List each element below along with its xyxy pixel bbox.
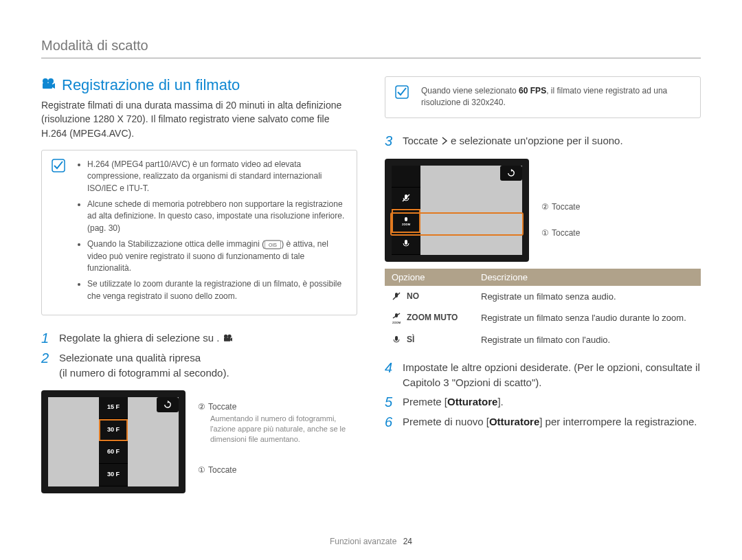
fps-option[interactable]: 60 F: [99, 442, 128, 464]
step-text: Toccate: [403, 135, 441, 146]
table-row: ZOOM ZOOM MUTO Registrate un filmato sen…: [385, 307, 701, 329]
step-text-line: (il numero di fotogrammi al secondo).: [59, 367, 229, 379]
mic-on-icon: [392, 335, 403, 346]
svg-point-0: [43, 78, 48, 84]
note-box-left: H.264 (MPEG4 part10/AVC) è un formato vi…: [41, 150, 357, 315]
camera-screen-fps: 15 F 30 F 60 F 30 F: [41, 390, 186, 493]
shutter-label: Otturatore: [447, 396, 497, 407]
fps-option[interactable]: 15 F: [99, 397, 128, 420]
step-number: 2: [41, 350, 54, 381]
step-text: ].: [497, 396, 503, 407]
option-label: NO: [407, 291, 419, 301]
step-2: 2 Selezionate una qualità ripresa (il nu…: [41, 350, 357, 381]
page-number: 24: [403, 537, 412, 546]
note-item: Alcune schede di memoria potrebbero non …: [87, 199, 347, 234]
step-text: Premete [: [403, 396, 447, 407]
note-item: Se utilizzate lo zoom durante la registr…: [87, 278, 347, 302]
step-number: 5: [385, 394, 397, 410]
step-text: e selezionate un'opzione per il suono.: [448, 135, 623, 146]
svg-rect-2: [43, 83, 52, 89]
option-desc: Registrate un filmato senza audio.: [474, 286, 701, 308]
step-text: Impostate le altre opzioni desiderate. (…: [403, 360, 701, 390]
callout-2: ②Toccate Aumentando il numero di fotogra…: [198, 401, 357, 445]
step-5: 5 Premete [Otturatore].: [385, 394, 701, 410]
fps-option-selected[interactable]: 30 F: [99, 419, 128, 442]
step-1: 1 Regolate la ghiera di selezione su .: [41, 331, 357, 346]
step-text: Premete di nuovo [: [403, 416, 489, 427]
page-footer: Funzioni avanzate 24: [0, 537, 742, 546]
video-camera-icon: [41, 76, 56, 94]
svg-point-6: [224, 335, 227, 338]
svg-rect-14: [405, 240, 407, 245]
note-icon: [52, 159, 65, 172]
back-button[interactable]: [157, 397, 179, 412]
fps-option[interactable]: 30 F: [99, 464, 128, 486]
ois-icon: OIS: [265, 240, 281, 249]
table-row: NO Registrate un filmato senza audio.: [385, 286, 701, 308]
mic-zoom-mute-icon: ZOOM: [392, 313, 403, 324]
note-box-right: Quando viene selezionato 60 FPS, il film…: [385, 76, 701, 118]
breadcrumb: Modalità di scatto: [41, 38, 701, 58]
back-button[interactable]: [500, 166, 522, 181]
svg-rect-8: [224, 338, 230, 341]
chevron-right-icon: [441, 134, 448, 149]
svg-point-7: [227, 335, 231, 338]
svg-rect-20: [395, 336, 398, 341]
mic-mute-icon: [392, 291, 403, 302]
note-item: H.264 (MPEG4 part10/AVC) è un formato vi…: [87, 159, 347, 194]
audio-strip[interactable]: ZOOM: [392, 166, 420, 255]
step-3: 3 Toccate e selezionate un'opzione per i…: [385, 133, 701, 149]
svg-text:OIS: OIS: [269, 243, 277, 247]
svg-point-1: [48, 78, 54, 84]
step-number: 3: [385, 133, 397, 149]
shutter-label: Otturatore: [489, 416, 539, 427]
audio-option-spacer: [392, 166, 420, 188]
svg-text:ZOOM: ZOOM: [392, 321, 401, 324]
callout-1: ①Toccate: [198, 464, 357, 476]
page-heading: Registrazione di un filmato: [41, 76, 357, 94]
row-highlight: [390, 212, 524, 236]
step-text: Regolate la ghiera di selezione su .: [59, 332, 219, 344]
camera-screen-audio: ZOOM: [385, 159, 529, 262]
option-desc: Registrate un filmato con l'audio.: [474, 329, 701, 351]
option-label: SÌ: [407, 335, 414, 344]
step-number: 4: [385, 360, 397, 390]
table-header: Descrizione: [474, 269, 701, 286]
heading-text: Registrazione di un filmato: [62, 76, 240, 94]
step-4: 4 Impostate le altre opzioni desiderate.…: [385, 360, 701, 390]
fps-strip[interactable]: 15 F 30 F 60 F 30 F: [99, 397, 128, 486]
callout-1: ①Toccate: [541, 227, 580, 239]
note-icon: [395, 85, 409, 99]
step-text: ] per interrompere la registrazione.: [539, 416, 697, 427]
option-desc: Registrate un filmato senza l'audio dura…: [474, 307, 701, 329]
audio-option[interactable]: [392, 188, 420, 210]
table-header: Opzione: [385, 269, 474, 286]
audio-option[interactable]: [392, 233, 420, 255]
step-6: 6 Premete di nuovo [Otturatore] per inte…: [385, 414, 701, 430]
video-mode-icon: [223, 333, 234, 344]
note-text: Quando viene selezionato: [421, 86, 519, 96]
intro-paragraph: Registrate filmati di una durata massima…: [41, 98, 357, 140]
footer-section: Funzioni avanzate: [330, 537, 396, 546]
audio-options-table: Opzione Descrizione NO Registrate un fil…: [385, 269, 701, 351]
callout-2: ②Toccate: [541, 201, 580, 213]
note-bold: 60 FPS: [519, 86, 546, 96]
step-number: 1: [41, 331, 54, 346]
note-item: Quando la Stabilizzazione ottica delle i…: [87, 238, 347, 274]
option-label: ZOOM MUTO: [407, 313, 458, 322]
step-text-line: Selezionate una qualità ripresa: [59, 352, 201, 363]
callout-desc: Aumentando il numero di fotogrammi, l'az…: [210, 414, 357, 445]
step-number: 6: [385, 414, 397, 430]
table-row: SÌ Registrate un filmato con l'audio.: [385, 329, 701, 351]
